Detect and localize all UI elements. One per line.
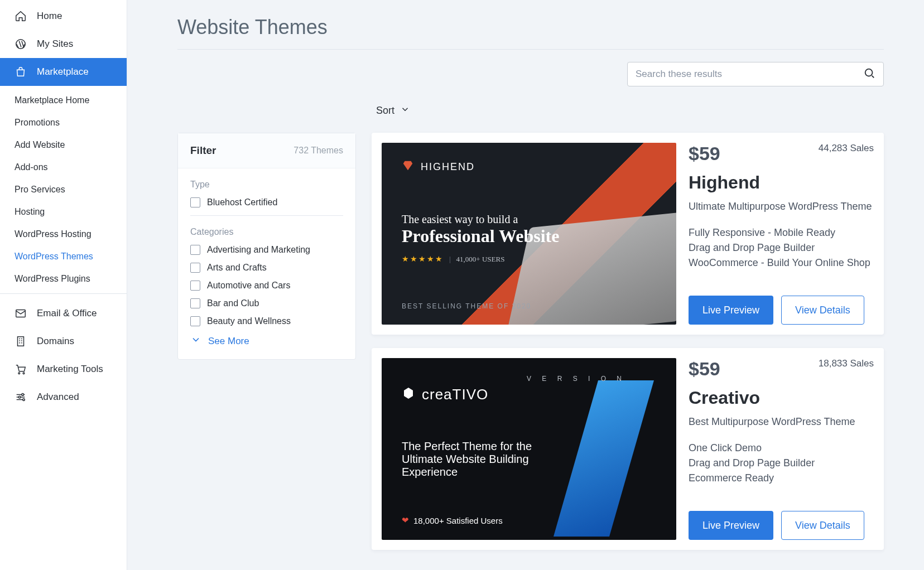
- sidebar-item-home[interactable]: Home: [0, 2, 127, 30]
- feature-item: One Click Demo: [689, 442, 874, 454]
- filter-title: Filter: [190, 144, 216, 157]
- subnav-wordpress-themes[interactable]: WordPress Themes: [0, 245, 127, 268]
- thumb-sub: Experience: [402, 466, 547, 479]
- gem-icon: [402, 160, 414, 175]
- sliders-icon: [15, 391, 27, 403]
- svg-rect-1: [16, 310, 26, 317]
- search-input[interactable]: [636, 69, 863, 80]
- theme-thumbnail[interactable]: HIGHEND The easiest way to build a Profe…: [382, 143, 676, 325]
- checkbox-icon: [190, 281, 200, 291]
- see-more-label: See More: [208, 336, 249, 347]
- sidebar-item-label: Domains: [37, 336, 74, 347]
- theme-name: Highend: [689, 172, 874, 193]
- theme-thumbnail[interactable]: V E R S I O N creaTIVO The Perfect Theme…: [382, 358, 676, 540]
- svg-point-8: [865, 69, 873, 76]
- svg-point-7: [23, 399, 25, 401]
- theme-price: $59: [689, 143, 720, 165]
- divider: [0, 293, 127, 294]
- filter-cat-advertising[interactable]: Advertising and Marketing: [190, 245, 343, 255]
- theme-features: Fully Responsive - Mobile Ready Drag and…: [689, 227, 874, 272]
- filter-count: 732 Themes: [293, 146, 343, 156]
- theme-card-creativo: V E R S I O N creaTIVO The Perfect Theme…: [372, 348, 884, 550]
- sidebar-item-label: Advanced: [37, 392, 79, 403]
- sidebar-item-marketplace[interactable]: Marketplace: [0, 58, 127, 86]
- theme-features: One Click Demo Drag and Drop Page Builde…: [689, 442, 874, 487]
- filter-panel: Filter 732 Themes Type Bluehost Certifie…: [177, 133, 356, 360]
- search-icon[interactable]: [863, 67, 875, 81]
- stars-icon: ★★★★★: [402, 254, 444, 264]
- feature-item: Fully Responsive - Mobile Ready: [689, 227, 874, 239]
- page-title: Website Themes: [177, 16, 884, 50]
- filter-cat-bar[interactable]: Bar and Club: [190, 298, 343, 308]
- sidebar-item-domains[interactable]: Domains: [0, 327, 127, 355]
- subnav-add-website[interactable]: Add Website: [0, 134, 127, 156]
- thumb-sub: Ultimate Website Building: [402, 453, 547, 466]
- sidebar-item-email[interactable]: Email & Office: [0, 300, 127, 327]
- checkbox-icon: [190, 197, 200, 207]
- sort-control[interactable]: Sort: [177, 104, 884, 117]
- theme-name: Creativo: [689, 388, 874, 408]
- subnav-wordpress-hosting[interactable]: WordPress Hosting: [0, 223, 127, 245]
- filter-option-label: Bluehost Certified: [207, 197, 277, 207]
- thumb-headline: The Perfect Theme for the Ultimate Websi…: [402, 440, 547, 479]
- feature-item: Ecommerce Ready: [689, 472, 874, 484]
- thumb-brand: HIGHEND: [402, 160, 660, 175]
- view-details-button[interactable]: View Details: [781, 511, 864, 540]
- filter-cat-beauty[interactable]: Beauty and Wellness: [190, 316, 343, 326]
- thumb-brand-text: creaTIVO: [422, 386, 488, 403]
- checkbox-icon: [190, 316, 200, 326]
- filter-header: Filter 732 Themes: [178, 133, 355, 168]
- filter-option-label: Bar and Club: [207, 298, 259, 308]
- filter-cat-automotive[interactable]: Automotive and Cars: [190, 281, 343, 291]
- sidebar-item-label: Marketing Tools: [37, 364, 103, 375]
- live-preview-button[interactable]: Live Preview: [689, 511, 773, 540]
- heart-icon: ❤: [402, 515, 409, 525]
- live-preview-button[interactable]: Live Preview: [689, 296, 773, 325]
- svg-point-3: [18, 373, 20, 374]
- see-more-categories[interactable]: See More: [190, 334, 343, 348]
- search-box[interactable]: [627, 62, 884, 86]
- building-icon: [15, 335, 27, 347]
- thumb-users: 41,000+ USERS: [456, 255, 505, 264]
- wordpress-icon: [15, 38, 27, 50]
- search-row: [177, 62, 884, 86]
- thumb-sub: The easiest way to build a: [402, 213, 660, 226]
- checkbox-icon: [190, 263, 200, 273]
- home-icon: [15, 10, 27, 22]
- sidebar: Home My Sites Marketplace Marketplace Ho…: [0, 0, 127, 570]
- sidebar-item-label: Email & Office: [37, 308, 97, 319]
- sort-label: Sort: [376, 105, 394, 117]
- subnav-pro-services[interactable]: Pro Services: [0, 178, 127, 201]
- subnav-add-ons[interactable]: Add-ons: [0, 156, 127, 178]
- sidebar-item-advanced[interactable]: Advanced: [0, 383, 127, 411]
- thumb-users-text: 18,000+ Satisfied Users: [413, 516, 503, 525]
- sidebar-item-my-sites[interactable]: My Sites: [0, 30, 127, 58]
- svg-point-6: [18, 396, 21, 398]
- marketplace-subnav: Marketplace Home Promotions Add Website …: [0, 86, 127, 300]
- thumb-big: Professional Website: [402, 226, 660, 247]
- checkbox-icon: [190, 245, 200, 255]
- hexagon-icon: [402, 387, 415, 403]
- thumb-brand-text: HIGHEND: [421, 161, 475, 173]
- thumb-headline: The easiest way to build a Professional …: [402, 213, 660, 264]
- subnav-wordpress-plugins[interactable]: WordPress Plugins: [0, 268, 127, 290]
- feature-item: WooCommerce - Build Your Online Shop: [689, 257, 874, 269]
- theme-card-highend: HIGHEND The easiest way to build a Profe…: [372, 133, 884, 335]
- view-details-button[interactable]: View Details: [781, 296, 864, 325]
- mail-icon: [15, 307, 27, 320]
- filter-cat-arts[interactable]: Arts and Crafts: [190, 263, 343, 273]
- sidebar-item-label: My Sites: [37, 38, 73, 50]
- theme-tagline: Ultimate Multipurpose WordPress Theme: [689, 201, 874, 212]
- sidebar-item-marketing[interactable]: Marketing Tools: [0, 355, 127, 383]
- filter-option-label: Beauty and Wellness: [207, 316, 291, 326]
- checkbox-icon: [190, 298, 200, 308]
- filter-option-label: Automotive and Cars: [207, 281, 290, 291]
- subnav-hosting[interactable]: Hosting: [0, 201, 127, 223]
- subnav-promotions[interactable]: Promotions: [0, 112, 127, 134]
- subnav-marketplace-home[interactable]: Marketplace Home: [0, 89, 127, 112]
- feature-item: Drag and Drop Page Builder: [689, 457, 874, 469]
- filter-type-bluehost-certified[interactable]: Bluehost Certified: [190, 197, 343, 207]
- chevron-down-icon: [190, 334, 201, 348]
- filter-option-label: Advertising and Marketing: [207, 245, 310, 255]
- chevron-down-icon: [400, 104, 410, 117]
